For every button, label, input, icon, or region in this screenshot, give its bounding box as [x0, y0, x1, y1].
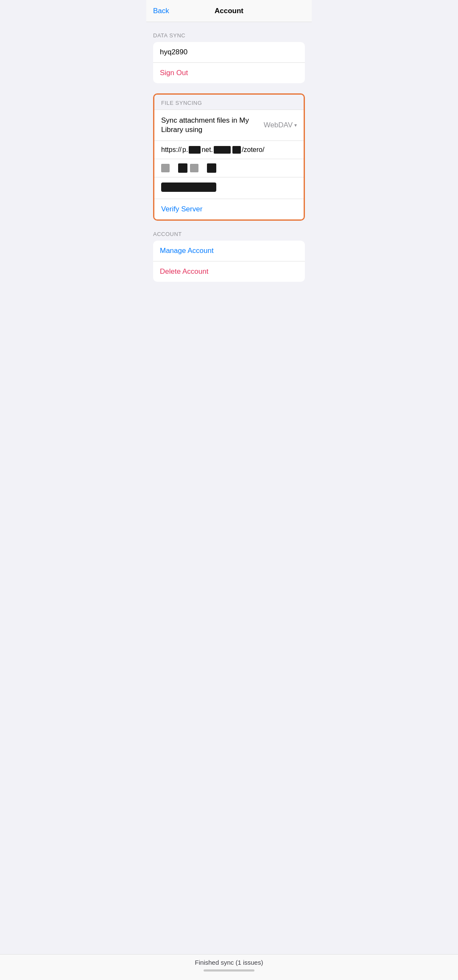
delete-account-button[interactable]: Delete Account [153, 261, 305, 282]
file-syncing-label: FILE SYNCING [154, 95, 304, 110]
credentials-row[interactable] [154, 159, 304, 177]
page-title: Account [215, 7, 243, 15]
manage-account-button[interactable]: Manage Account [153, 241, 305, 261]
sync-method-row: Sync attachment files in My Library usin… [154, 110, 304, 141]
chevron-down-icon: ▾ [294, 122, 297, 128]
verify-server-button[interactable]: Verify Server [161, 205, 202, 213]
url-redacted-3 [232, 146, 241, 154]
url-domain-part2: net. [201, 146, 213, 154]
file-syncing-inner: Sync attachment files in My Library usin… [154, 110, 304, 219]
account-card: Manage Account Delete Account [153, 241, 305, 282]
url-row[interactable]: https:// p. net. /zotero/ [154, 141, 304, 159]
account-section-label: ACCOUNT [146, 231, 312, 241]
url-prefix: https:// [161, 146, 182, 154]
cred-block-4 [207, 163, 216, 173]
password-field [161, 183, 216, 192]
nav-bar: Back Account [146, 0, 312, 22]
verify-server-row[interactable]: Verify Server [154, 199, 304, 219]
back-button[interactable]: Back [153, 7, 169, 15]
username-field: hyq2890 [153, 42, 305, 63]
cred-block-1 [161, 164, 170, 172]
webdav-label: WebDAV [264, 121, 293, 129]
url-domain-part1: p. [182, 146, 188, 154]
cred-block-2 [178, 163, 187, 173]
url-suffix: /zotero/ [242, 146, 264, 154]
file-syncing-card: FILE SYNCING Sync attachment files in My… [153, 93, 305, 221]
main-content: DATA SYNC hyq2890 Sign Out FILE SYNCING … [146, 22, 312, 351]
data-sync-section-label: DATA SYNC [146, 32, 312, 42]
url-redacted-1 [189, 146, 201, 154]
password-row[interactable] [154, 177, 304, 199]
sync-description: Sync attachment files in My Library usin… [161, 116, 264, 135]
sign-out-button[interactable]: Sign Out [153, 63, 305, 83]
data-sync-card: hyq2890 Sign Out [153, 42, 305, 83]
webdav-selector[interactable]: WebDAV ▾ [264, 121, 297, 129]
cred-block-3 [190, 164, 198, 172]
url-redacted-2 [214, 146, 231, 154]
